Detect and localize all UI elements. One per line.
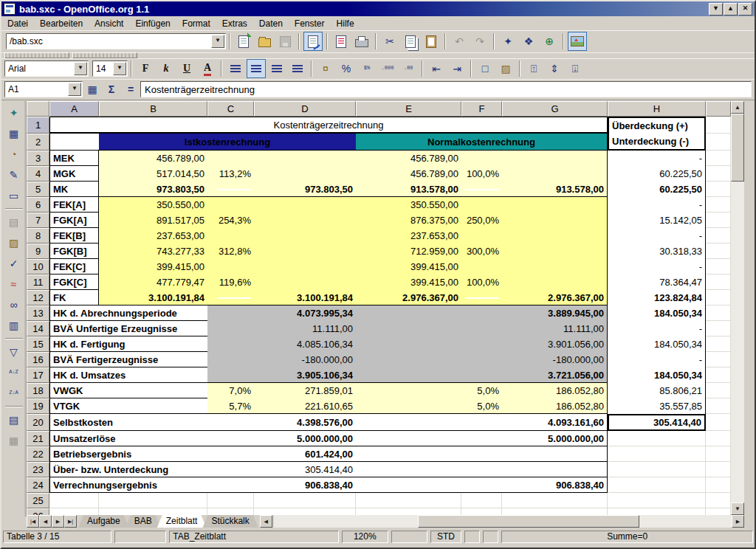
menu-item-daten[interactable]: Daten [253, 18, 289, 30]
cell-F18[interactable]: 5,0% [461, 383, 502, 398]
cell-F7[interactable]: 250,0% [461, 213, 502, 228]
cell-G5[interactable]: 913.578,00 [502, 182, 608, 197]
equals-button[interactable]: = [122, 80, 140, 98]
cell-G22[interactable] [502, 446, 608, 462]
align-right-icon[interactable] [267, 59, 286, 78]
align-vcenter-icon[interactable]: ⇕ [545, 59, 564, 78]
paste-icon[interactable] [422, 32, 441, 51]
cell-C5[interactable] [207, 182, 254, 197]
row-header-23[interactable]: 23 [27, 462, 49, 477]
font-name-combobox[interactable]: Arial ▼ [4, 61, 89, 77]
cell-E24[interactable] [356, 477, 461, 493]
cell-G20[interactable]: 4.093.161,60 [502, 414, 608, 431]
italic-button[interactable]: k [157, 59, 176, 78]
row-header-16[interactable]: 16 [27, 352, 49, 367]
insert-cells-icon[interactable]: ▦ [4, 124, 24, 143]
cell-B4[interactable]: 517.014,50 [99, 166, 207, 182]
cell-H16[interactable]: - [608, 352, 706, 367]
cut-icon[interactable]: ✂ [380, 32, 399, 51]
toolbar-grip-2[interactable] [72, 52, 137, 58]
cell-G4[interactable] [502, 166, 608, 182]
cell-G13[interactable]: 3.889.945,00 [502, 305, 608, 321]
row-header-12[interactable]: 12 [27, 290, 49, 305]
cell-F19[interactable]: 5,0% [461, 398, 502, 414]
cell-E5[interactable]: 913.578,00 [356, 182, 461, 197]
menu-item-einfügen[interactable]: Einfügen [129, 18, 176, 30]
currency-format-icon[interactable]: ¤ [316, 59, 335, 78]
cell-ist-header[interactable]: Istkostenrechnung [99, 134, 356, 151]
row-header-18[interactable]: 18 [27, 383, 49, 398]
name-box[interactable]: A1 ▼ [4, 81, 83, 97]
cell-C10[interactable] [207, 259, 254, 274]
vertical-scroll-thumb[interactable] [731, 114, 744, 182]
bold-button[interactable]: F [136, 59, 155, 78]
cell-B10[interactable]: 399.415,00 [99, 259, 207, 274]
column-header-B[interactable]: B [99, 101, 207, 117]
row-header-22[interactable]: 22 [27, 446, 49, 462]
autoformat-icon[interactable]: ▨ [4, 233, 24, 252]
cell-A14[interactable]: BVÄ Unfertige Erzeugnisse [49, 321, 207, 336]
cell-C20[interactable] [207, 414, 254, 431]
font-size-dropdown-icon[interactable]: ▼ [113, 62, 126, 75]
font-size-value[interactable]: 14 [93, 63, 112, 74]
cell-F21[interactable] [461, 431, 502, 446]
cell-C14[interactable] [207, 321, 254, 336]
previous-sheet-button[interactable]: ◀ [39, 515, 52, 528]
menu-item-fenster[interactable]: Fenster [289, 18, 331, 30]
name-box-dropdown-icon[interactable]: ▼ [68, 83, 81, 96]
cell-D19[interactable]: 221.610,65 [254, 398, 356, 414]
cell-C4[interactable]: 113,2% [207, 166, 254, 182]
auto-spellcheck-icon[interactable]: ≈ [4, 274, 24, 294]
cell-E7[interactable]: 876.375,00 [356, 213, 461, 228]
column-header-D[interactable]: D [254, 101, 356, 117]
cell-E23[interactable] [356, 462, 461, 477]
cell-H13[interactable]: 184.050,34 [608, 305, 706, 321]
print-icon[interactable] [352, 32, 371, 51]
copy-icon[interactable] [401, 32, 420, 51]
cell-F14[interactable] [461, 321, 502, 336]
borders-icon[interactable]: □ [475, 59, 495, 78]
cell-empty[interactable] [207, 493, 254, 508]
row-header-6[interactable]: 6 [27, 197, 49, 213]
cell-D21[interactable]: 5.000.000,00 [254, 431, 356, 446]
menu-item-hilfe[interactable]: Hilfe [331, 18, 360, 30]
vertical-scrollbar[interactable]: ▲ ▼ [731, 101, 744, 515]
menu-item-format[interactable]: Format [176, 18, 216, 30]
cell-A24[interactable]: Verrechnungsergebnis [49, 477, 207, 493]
cell-H8[interactable]: - [608, 228, 706, 244]
cell-E9[interactable]: 712.959,00 [356, 244, 461, 259]
cell-D17[interactable]: 3.905.106,34 [254, 367, 356, 383]
new-document-icon[interactable] [234, 32, 253, 51]
cell-H15[interactable]: 184.050,34 [608, 336, 706, 352]
standard-format-icon[interactable]: $% [357, 59, 377, 78]
cell-A23[interactable]: Über- bzw. Unterdeckung [49, 462, 207, 477]
cell-B12[interactable]: 3.100.191,84 [99, 290, 207, 305]
cell-D6[interactable] [254, 197, 356, 213]
cell-F10[interactable] [461, 259, 502, 274]
cell-G18[interactable]: 186.052,80 [502, 383, 608, 398]
cell-title[interactable]: Kostenträgerzeitrechnung [49, 117, 608, 134]
cell-E15[interactable] [356, 336, 461, 352]
cell-normal-header[interactable]: Normalkostenrechnung [356, 134, 608, 151]
row-header-21[interactable]: 21 [27, 431, 49, 446]
cell-C22[interactable] [207, 446, 254, 462]
toolbar-grip-1[interactable] [4, 52, 69, 58]
url-dropdown-icon[interactable]: ▼ [211, 35, 224, 48]
menu-item-bearbeiten[interactable]: Bearbeiten [34, 18, 89, 30]
navigator-icon[interactable]: ✦ [498, 32, 518, 51]
cell-A2[interactable] [49, 134, 99, 151]
row-header-3[interactable]: 3 [27, 151, 49, 166]
hyperlink-icon[interactable]: ⊕ [540, 32, 559, 51]
row-header-14[interactable]: 14 [27, 321, 49, 336]
cell-D22[interactable]: 601.424,00 [254, 446, 356, 462]
cell-empty[interactable] [608, 493, 706, 508]
cell-C23[interactable] [207, 462, 254, 477]
cell-empty[interactable] [461, 493, 502, 508]
row-header-20[interactable]: 20 [27, 414, 49, 431]
row-header-25[interactable]: 25 [27, 493, 49, 508]
cell-empty[interactable] [99, 508, 207, 515]
column-header-C[interactable]: C [207, 101, 254, 117]
cell-empty[interactable] [99, 493, 207, 508]
cell-E18[interactable] [356, 383, 461, 398]
cell-G21[interactable]: 5.000.000,00 [502, 431, 608, 446]
